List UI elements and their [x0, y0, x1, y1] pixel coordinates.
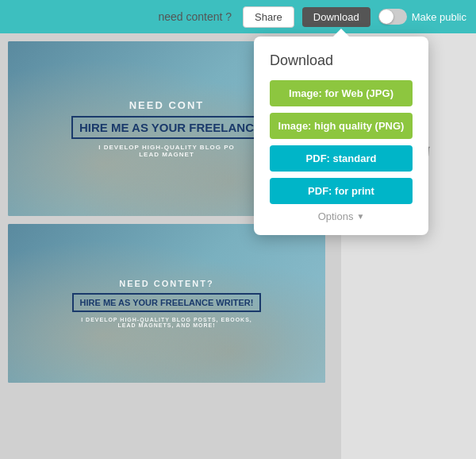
- design-card-2[interactable]: NEED CONTENT? HIRE ME AS YOUR FREELANCE …: [8, 224, 325, 383]
- card-label-2: NEED CONTENT?: [24, 279, 309, 288]
- make-public-toggle-container: Make public: [378, 9, 466, 25]
- options-chevron-icon: ▼: [356, 212, 364, 221]
- card-title-1: HIRE ME AS YOUR FREELANC: [71, 116, 262, 139]
- download-jpg-button[interactable]: Image: for Web (JPG): [270, 80, 413, 106]
- share-button[interactable]: Share: [243, 6, 294, 28]
- card-subtitle1-2: I DEVELOP HIGH-QUALITY BLOG POSTS, EBOOK…: [24, 317, 309, 322]
- download-pdf-standard-button[interactable]: PDF: standard: [270, 145, 413, 172]
- toggle-knob: [379, 10, 393, 24]
- need-content-label: need content ?: [158, 10, 232, 23]
- card-text-block-2: NEED CONTENT? HIRE ME AS YOUR FREELANCE …: [24, 279, 309, 328]
- card-title-2: HIRE ME AS YOUR FREELANCE WRITER!: [72, 293, 262, 312]
- top-bar: need content ? Share Download Make publi…: [0, 0, 476, 33]
- download-popup: Download Image: for Web (JPG) Image: hig…: [254, 37, 428, 235]
- popup-arrow: [333, 29, 349, 37]
- options-link[interactable]: Options ▼: [270, 210, 413, 222]
- download-pdf-print-button[interactable]: PDF: for print: [270, 178, 413, 204]
- download-button[interactable]: Download: [302, 7, 370, 27]
- download-png-button[interactable]: Image: high quality (PNG): [270, 113, 413, 139]
- card-subtitle2-2: LEAD MAGNETS, AND MORE!: [24, 322, 309, 328]
- options-label: Options: [318, 210, 354, 222]
- popup-title: Download: [270, 52, 413, 69]
- make-public-toggle[interactable]: [378, 9, 407, 25]
- make-public-label: Make public: [412, 11, 466, 23]
